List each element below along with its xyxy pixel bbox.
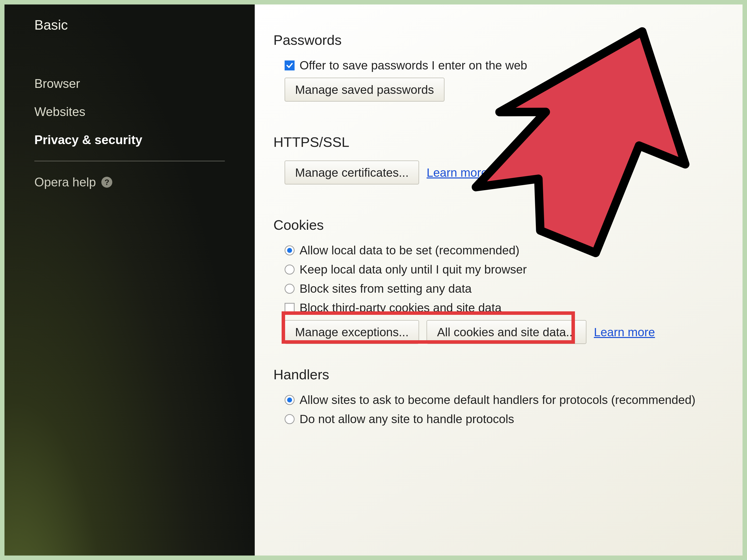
manage-saved-passwords-button[interactable]: Manage saved passwords <box>285 78 444 102</box>
handlers-radio-allow[interactable] <box>285 395 294 405</box>
settings-window: Basic Browser Websites Privacy & securit… <box>4 4 743 556</box>
section-heading-passwords: Passwords <box>274 32 743 48</box>
help-icon: ? <box>101 177 112 188</box>
cookies-learn-more-link[interactable]: Learn more <box>594 325 655 339</box>
sidebar-item-browser[interactable]: Browser <box>34 76 225 91</box>
manage-exceptions-button[interactable]: Manage exceptions... <box>285 320 419 344</box>
sidebar-item-privacy-security[interactable]: Privacy & security <box>34 133 225 147</box>
sidebar-title: Basic <box>34 17 225 33</box>
cookies-radio-keep-until-quit-label: Keep local data only until I quit my bro… <box>300 263 526 276</box>
handlers-radio-allow-label: Allow sites to ask to become default han… <box>300 393 695 407</box>
section-heading-handlers: Handlers <box>274 366 743 382</box>
https-learn-more-link[interactable]: Learn more <box>427 166 488 180</box>
settings-content: Passwords Offer to save passwords I ente… <box>255 4 743 556</box>
cookies-radio-block-all[interactable] <box>285 284 294 294</box>
offer-save-passwords-label: Offer to save passwords I enter on the w… <box>300 58 527 72</box>
help-label: Opera help <box>34 175 96 189</box>
sidebar-item-websites[interactable]: Websites <box>34 105 225 119</box>
handlers-radio-deny-label: Do not allow any site to handle protocol… <box>300 412 514 426</box>
cookies-radio-allow-local[interactable] <box>285 245 294 256</box>
offer-save-passwords-checkbox[interactable] <box>285 60 294 71</box>
manage-certificates-button[interactable]: Manage certificates... <box>285 161 419 184</box>
cookies-radio-keep-until-quit[interactable] <box>285 265 294 274</box>
section-heading-cookies: Cookies <box>274 217 743 233</box>
sidebar-divider <box>34 161 225 161</box>
all-cookies-button[interactable]: All cookies and site data... <box>427 320 586 344</box>
block-third-party-checkbox[interactable] <box>285 303 294 313</box>
handlers-radio-deny[interactable] <box>285 414 294 424</box>
cookies-radio-allow-local-label: Allow local data to be set (recommended) <box>300 243 519 257</box>
section-heading-https-ssl: HTTPS/SSL <box>274 134 743 150</box>
settings-sidebar: Basic Browser Websites Privacy & securit… <box>4 4 255 556</box>
cookies-radio-block-all-label: Block sites from setting any data <box>300 282 472 295</box>
sidebar-item-help[interactable]: Opera help ? <box>34 175 225 189</box>
block-third-party-label: Block third-party cookies and site data <box>300 301 501 315</box>
check-icon <box>286 62 293 69</box>
